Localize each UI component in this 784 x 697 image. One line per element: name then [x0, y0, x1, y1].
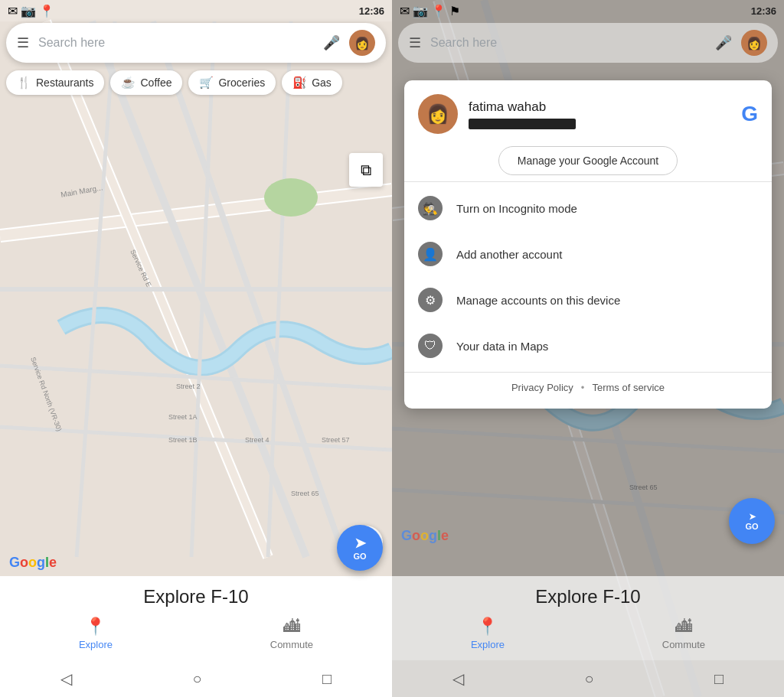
- left-hamburger-icon[interactable]: ☰: [17, 34, 29, 51]
- chip-gas-label: Gas: [312, 77, 332, 89]
- menu-item-your-data[interactable]: 🛡 Your data in Maps: [404, 323, 772, 369]
- incognito-label: Turn on Incognito mode: [456, 202, 577, 215]
- right-camera-icon: 📷: [413, 4, 428, 18]
- right-explore-label: Explore: [471, 639, 505, 650]
- right-nav-explore[interactable]: 📍 Explore: [471, 617, 505, 650]
- your-data-label: Your data in Maps: [456, 340, 548, 353]
- left-bottom-panel: Explore F-10 📍 Explore 🏙 Commute: [0, 576, 392, 660]
- gas-icon: ⛽: [292, 76, 307, 90]
- right-search-placeholder: Search here: [430, 36, 706, 50]
- right-commute-icon: 🏙: [675, 617, 692, 637]
- privacy-policy-link[interactable]: Privacy Policy: [511, 382, 573, 393]
- right-mic-icon[interactable]: 🎤: [715, 34, 732, 51]
- svg-point-13: [264, 178, 318, 217]
- terms-of-service-link[interactable]: Terms of service: [592, 382, 665, 393]
- home-button[interactable]: ○: [192, 670, 201, 688]
- go-label: GO: [353, 552, 366, 561]
- svg-text:Street 1B: Street 1B: [168, 436, 198, 444]
- svg-text:Street 1A: Street 1A: [168, 413, 198, 421]
- right-bottom-nav: 📍 Explore 🏙 Commute: [392, 617, 784, 650]
- right-status-bar: ✉ 📷 📍 ⚑ 12:36: [392, 0, 784, 21]
- right-commute-label: Commute: [662, 639, 705, 650]
- left-status-icons: ✉ 📷 📍: [8, 4, 54, 18]
- your-data-icon: 🛡: [418, 334, 443, 358]
- right-status-time: 12:36: [751, 5, 776, 17]
- add-account-label: Add another account: [456, 248, 562, 261]
- dropdown-user-avatar: 👩: [418, 94, 458, 134]
- right-explore-icon: 📍: [477, 617, 498, 637]
- left-chips-bar: 🍴 Restaurants ☕ Coffee 🛒 Groceries ⛽ Gas: [0, 70, 392, 95]
- left-explore-title: Explore F-10: [143, 586, 248, 607]
- menu-item-incognito[interactable]: 🕵 Turn on Incognito mode: [404, 185, 772, 231]
- left-user-avatar[interactable]: 👩: [349, 30, 375, 56]
- svg-text:Street 4: Street 4: [245, 436, 270, 444]
- left-bottom-nav: 📍 Explore 🏙 Commute: [0, 617, 392, 650]
- account-dropdown-card: 👩 fatima wahab G Manage your Google Acco…: [404, 80, 772, 409]
- right-google-logo: Google: [401, 528, 449, 544]
- right-maps-icon: 📍: [431, 4, 446, 18]
- svg-text:Street 65: Street 65: [291, 490, 319, 497]
- explore-nav-icon: 📍: [85, 617, 106, 637]
- right-flag-icon: ⚑: [449, 4, 460, 18]
- right-panel: Street 65 ✉ 📷 📍 ⚑ 12:36 ☰ Search here 🎤 …: [392, 0, 784, 697]
- right-explore-title: Explore F-10: [535, 586, 640, 607]
- groceries-icon: 🛒: [199, 76, 214, 90]
- user-email-redacted: [469, 119, 576, 129]
- right-user-avatar[interactable]: 👩: [741, 30, 767, 56]
- card-divider-1: [404, 181, 772, 182]
- right-nav-commute[interactable]: 🏙 Commute: [662, 617, 705, 650]
- user-info: fatima wahab: [469, 99, 730, 129]
- email-status-icon: ✉: [8, 4, 18, 18]
- back-button[interactable]: ◁: [60, 669, 72, 688]
- maps-status-icon: 📍: [39, 4, 54, 18]
- left-search-placeholder: Search here: [38, 36, 314, 50]
- svg-text:Street 57: Street 57: [322, 436, 350, 444]
- chip-groceries-label: Groceries: [218, 77, 265, 89]
- left-sys-nav: ◁ ○ □: [0, 660, 392, 697]
- user-header: 👩 fatima wahab G: [404, 80, 772, 143]
- chip-restaurants-label: Restaurants: [36, 77, 93, 89]
- right-go-button[interactable]: ➤ GO: [729, 498, 775, 544]
- restaurants-icon: 🍴: [17, 76, 31, 90]
- chip-gas[interactable]: ⛽ Gas: [282, 70, 342, 95]
- incognito-icon: 🕵: [418, 196, 443, 220]
- right-search-bar[interactable]: ☰ Search here 🎤 👩: [398, 23, 778, 63]
- chip-coffee[interactable]: ☕ Coffee: [110, 70, 182, 95]
- footer-dot: •: [581, 382, 585, 393]
- left-status-bar: ✉ 📷 📍 12:36: [0, 0, 392, 21]
- coffee-icon: ☕: [121, 76, 136, 90]
- commute-nav-icon: 🏙: [283, 617, 300, 637]
- left-mic-icon[interactable]: 🎤: [323, 34, 340, 51]
- right-go-arrow-icon: ➤: [749, 512, 756, 522]
- svg-text:Street 2: Street 2: [176, 383, 201, 390]
- right-home-button[interactable]: ○: [584, 670, 593, 688]
- layer-button[interactable]: ⧉: [349, 153, 383, 187]
- left-nav-commute[interactable]: 🏙 Commute: [270, 617, 313, 650]
- chip-restaurants[interactable]: 🍴 Restaurants: [6, 70, 104, 95]
- add-account-icon: 👤: [418, 242, 443, 266]
- left-search-bar[interactable]: ☰ Search here 🎤 👩: [6, 23, 386, 63]
- left-status-time: 12:36: [359, 5, 384, 17]
- camera-status-icon: 📷: [21, 4, 36, 18]
- menu-item-manage-accounts[interactable]: ⚙ Manage accounts on this device: [404, 277, 772, 323]
- right-back-button[interactable]: ◁: [452, 669, 464, 688]
- right-bottom-panel: Explore F-10 📍 Explore 🏙 Commute: [392, 576, 784, 660]
- chip-groceries[interactable]: 🛒 Groceries: [188, 70, 276, 95]
- go-arrow-icon: ➤: [354, 535, 366, 552]
- manage-account-button[interactable]: Manage your Google Account: [498, 146, 678, 175]
- right-hamburger-icon[interactable]: ☰: [409, 34, 421, 51]
- manage-accounts-icon: ⚙: [418, 288, 443, 312]
- right-email-icon: ✉: [400, 4, 410, 18]
- go-button[interactable]: ➤ GO: [337, 525, 383, 571]
- explore-nav-label: Explore: [79, 639, 113, 650]
- recents-button[interactable]: □: [322, 670, 332, 688]
- menu-item-add-account[interactable]: 👤 Add another account: [404, 231, 772, 277]
- right-status-icons: ✉ 📷 📍 ⚑: [400, 4, 460, 18]
- right-go-label: GO: [745, 522, 758, 531]
- manage-accounts-label: Manage accounts on this device: [456, 294, 620, 307]
- right-sys-nav: ◁ ○ □: [392, 660, 784, 697]
- left-nav-explore[interactable]: 📍 Explore: [79, 617, 113, 650]
- left-google-logo: Google: [9, 555, 57, 571]
- right-recents-button[interactable]: □: [714, 670, 724, 688]
- chip-coffee-label: Coffee: [140, 77, 172, 89]
